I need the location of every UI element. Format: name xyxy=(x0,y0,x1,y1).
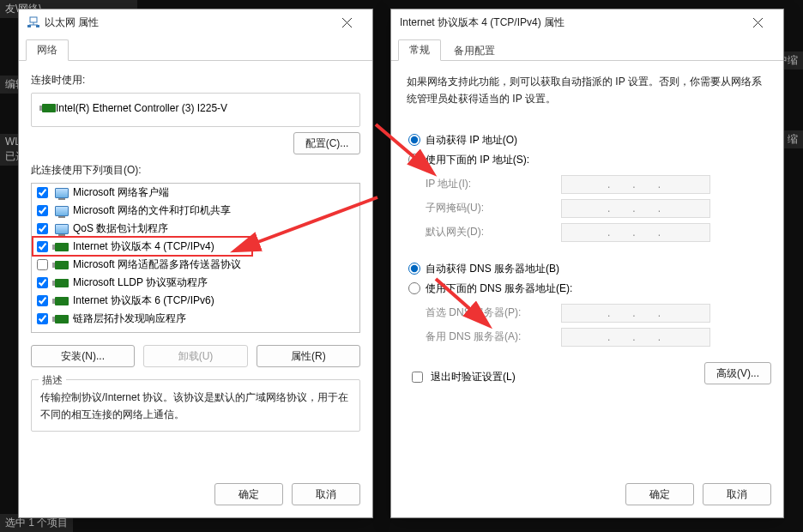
radio-auto-ip-label: 自动获得 IP 地址(O) xyxy=(426,133,517,148)
advanced-button[interactable]: 高级(V)... xyxy=(704,362,771,384)
list-item[interactable]: Microsoft 网络的文件和打印机共享 xyxy=(32,202,359,220)
item-label: Internet 协议版本 4 (TCP/IPv4) xyxy=(73,239,214,254)
titlebar[interactable]: Internet 协议版本 4 (TCP/IPv4) 属性 xyxy=(391,9,783,35)
item-label: Microsoft 网络适配器多路传送器协议 xyxy=(73,257,241,272)
svg-rect-0 xyxy=(30,17,37,22)
adapter-row[interactable]: Intel(R) Ethernet Controller (3) I225-V xyxy=(33,99,358,118)
radio-manual-dns[interactable]: 使用下面的 DNS 服务器地址(E): xyxy=(403,279,771,299)
item-checkbox[interactable] xyxy=(37,259,48,270)
description-text: 传输控制协议/Internet 协议。该协议是默认的广域网络协议，用于在不同的相… xyxy=(40,389,351,424)
list-item[interactable]: Internet 协议版本 4 (TCP/IPv4) xyxy=(32,238,359,256)
nic-icon xyxy=(42,102,56,114)
row-dns2: 备用 DNS 服务器(A): ... xyxy=(426,328,771,347)
item-checkbox[interactable] xyxy=(37,313,48,324)
item-checkbox[interactable] xyxy=(37,277,48,288)
configure-button[interactable]: 配置(C)... xyxy=(293,132,360,154)
radio-auto-ip[interactable]: 自动获得 IP 地址(O) xyxy=(403,130,771,150)
monitor-icon xyxy=(55,187,69,199)
list-item[interactable]: 链路层拓扑发现响应程序 xyxy=(32,310,359,328)
validate-label: 退出时验证设置(L) xyxy=(431,370,516,384)
window-title: Internet 协议版本 4 (TCP/IPv4) 属性 xyxy=(400,15,565,30)
item-checkbox[interactable] xyxy=(37,223,48,234)
ok-button[interactable]: 确定 xyxy=(625,483,694,505)
ok-button[interactable]: 确定 xyxy=(214,483,283,505)
adapter-icon xyxy=(55,295,69,307)
item-label: QoS 数据包计划程序 xyxy=(73,221,168,236)
close-button[interactable] xyxy=(329,10,364,34)
tab-row: 常规 备用配置 xyxy=(391,35,783,61)
adapter-icon xyxy=(55,259,69,271)
svg-rect-3 xyxy=(27,25,31,27)
radio-manual-ip-label: 使用下面的 IP 地址(S): xyxy=(426,153,529,167)
properties-button[interactable]: 属性(R) xyxy=(257,345,360,367)
mask-input[interactable]: ... xyxy=(561,199,710,218)
adapter-name: Intel(R) Ethernet Controller (3) I225-V xyxy=(56,102,227,114)
item-checkbox[interactable] xyxy=(37,295,48,306)
radio-manual-dns-label: 使用下面的 DNS 服务器地址(E): xyxy=(426,281,572,296)
tab-row: 网络 xyxy=(19,35,372,61)
connect-using-label: 连接时使用: xyxy=(31,73,360,88)
row-gateway: 默认网关(D): ... xyxy=(426,223,771,242)
ip-input[interactable]: ... xyxy=(561,175,710,194)
list-item[interactable]: QoS 数据包计划程序 xyxy=(32,220,359,238)
list-item[interactable]: Internet 协议版本 6 (TCP/IPv6) xyxy=(32,292,359,310)
window-title: 以太网 属性 xyxy=(45,15,99,30)
item-checkbox[interactable] xyxy=(37,205,48,216)
ip-label: IP 地址(I): xyxy=(426,177,554,191)
tab-alternate[interactable]: 备用配置 xyxy=(443,40,506,61)
uses-items-label: 此连接使用下列项目(O): xyxy=(31,163,360,178)
adapter-icon xyxy=(55,313,69,325)
row-ip: IP 地址(I): ... xyxy=(426,175,771,194)
row-dns1: 首选 DNS 服务器(P): ... xyxy=(426,304,771,323)
radio-auto-ip-input[interactable] xyxy=(408,134,420,146)
radio-auto-dns[interactable]: 自动获得 DNS 服务器地址(B) xyxy=(403,259,771,279)
radio-auto-dns-label: 自动获得 DNS 服务器地址(B) xyxy=(426,262,559,276)
gateway-label: 默认网关(D): xyxy=(426,225,554,239)
ipv4-properties-dialog: Internet 协议版本 4 (TCP/IPv4) 属性 常规 备用配置 如果… xyxy=(390,9,784,518)
validate-checkbox[interactable] xyxy=(412,372,423,383)
list-item[interactable]: Microsoft 网络客户端 xyxy=(32,184,359,202)
radio-manual-ip-input[interactable] xyxy=(408,154,420,166)
item-label: Microsoft LLDP 协议驱动程序 xyxy=(73,275,208,290)
item-label: Microsoft 网络客户端 xyxy=(73,185,169,200)
bg-right2: 缩 xyxy=(782,130,803,148)
svg-rect-4 xyxy=(36,25,39,27)
adapter-icon xyxy=(55,277,69,289)
titlebar[interactable]: 以太网 属性 xyxy=(19,9,372,35)
monitor-icon xyxy=(55,205,69,217)
item-checkbox[interactable] xyxy=(37,187,48,198)
item-checkbox[interactable] xyxy=(37,241,48,252)
close-button[interactable] xyxy=(740,10,775,34)
description-title: 描述 xyxy=(39,373,66,388)
item-label: Internet 协议版本 6 (TCP/IPv6) xyxy=(73,293,214,308)
cancel-button[interactable]: 取消 xyxy=(292,483,360,505)
dns2-input[interactable]: ... xyxy=(561,328,710,347)
install-button[interactable]: 安装(N)... xyxy=(31,345,135,367)
gateway-input[interactable]: ... xyxy=(561,223,710,242)
mask-label: 子网掩码(U): xyxy=(426,201,554,215)
tab-network[interactable]: 网络 xyxy=(26,39,69,61)
network-icon xyxy=(27,16,39,28)
tab-general[interactable]: 常规 xyxy=(398,39,441,61)
uninstall-button[interactable]: 卸载(U) xyxy=(143,345,247,367)
list-item[interactable]: Microsoft LLDP 协议驱动程序 xyxy=(32,274,359,292)
dns1-input[interactable]: ... xyxy=(561,304,710,323)
cancel-button[interactable]: 取消 xyxy=(703,483,771,505)
radio-auto-dns-input[interactable] xyxy=(408,263,420,275)
intro-text: 如果网络支持此功能，则可以获取自动指派的 IP 设置。否则，你需要从网络系统管理… xyxy=(403,73,771,113)
adapter-icon xyxy=(55,241,69,253)
components-listbox[interactable]: Microsoft 网络客户端Microsoft 网络的文件和打印机共享QoS … xyxy=(31,183,360,333)
monitor-icon xyxy=(55,223,69,235)
radio-manual-dns-input[interactable] xyxy=(408,282,420,294)
item-label: 链路层拓扑发现响应程序 xyxy=(73,311,186,326)
item-label: Microsoft 网络的文件和打印机共享 xyxy=(73,203,231,218)
dns1-label: 首选 DNS 服务器(P): xyxy=(426,305,554,320)
radio-manual-ip[interactable]: 使用下面的 IP 地址(S): xyxy=(403,150,771,170)
ethernet-properties-dialog: 以太网 属性 网络 连接时使用: Intel(R) Ethernet Contr… xyxy=(18,9,373,518)
list-item[interactable]: Microsoft 网络适配器多路传送器协议 xyxy=(32,256,359,274)
dns2-label: 备用 DNS 服务器(A): xyxy=(426,329,554,344)
row-mask: 子网掩码(U): ... xyxy=(426,199,771,218)
